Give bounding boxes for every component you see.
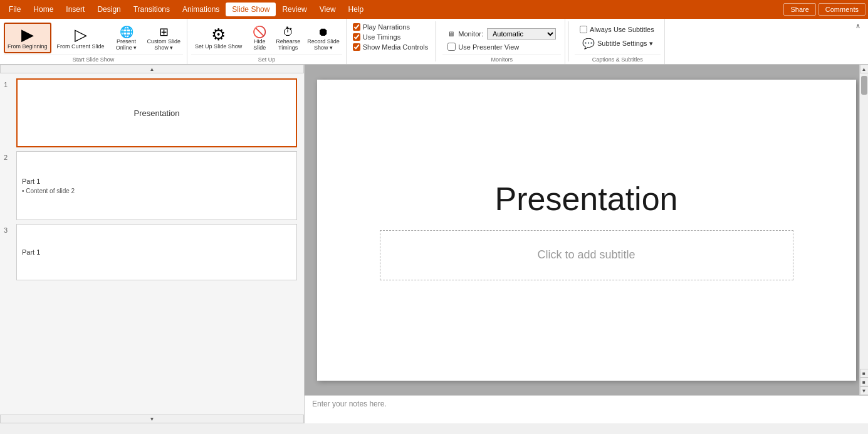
slide-canvas-wrapper: Presentation Click to add subtitle ▲ ■ ■… [305,65,868,395]
subtitle-settings-button[interactable]: 💬 Subtitle Settings ▾ [580,36,656,51]
hide-slide-button[interactable]: 🚫 Hide Slide [248,23,271,53]
start-slide-show-buttons: ▶ From Beginning ▷ From Current Slide 🌐 … [4,21,183,53]
canvas-scroll-extra: ■ ■ [860,369,869,386]
slide-3-title: Part 1 [22,248,40,256]
hide-slide-label: Hide Slide [253,39,266,51]
custom-slide-show-label: Custom Slide Show ▾ [147,39,181,51]
slide-subtitle-box[interactable]: Click to add subtitle [380,230,793,280]
slide-canvas[interactable]: Presentation Click to add subtitle [317,80,856,381]
custom-slide-show-button[interactable]: ⊞ Custom Slide Show ▾ [145,23,184,53]
slide-thumbnail-2[interactable]: 2 Part 1 • Content of slide 2 [4,151,297,220]
ribbon-separator-2 [568,21,568,61]
top-right-actions: Share Comments [783,3,865,16]
ribbon: ▶ From Beginning ▷ From Current Slide 🌐 … [0,19,868,65]
from-beginning-icon: ▶ [21,26,34,44]
captions-area: Always Use Subtitles 💬 Subtitle Settings… [575,23,661,53]
slide-thumb-box-1[interactable]: Presentation [16,78,297,147]
ribbon-separator-1 [436,21,436,61]
record-icon: ⏺ [318,26,329,39]
menu-insert[interactable]: Insert [60,3,91,16]
menu-animations[interactable]: Animations [176,3,226,16]
use-presenter-view-checkbox[interactable]: Use Presenter View [447,43,556,51]
monitor-icon: 🖥 [447,30,454,38]
present-online-label: Present Online ▾ [116,39,137,51]
menu-slideshow[interactable]: Slide Show [226,3,276,16]
from-current-label: From Current Slide [57,43,105,50]
monitors-label: Monitors [442,55,561,64]
ribbon-row: ▶ From Beginning ▷ From Current Slide 🌐 … [0,19,868,64]
record-slide-show-button[interactable]: ⏺ Record Slide Show ▾ [305,24,342,53]
menu-view[interactable]: View [313,3,342,16]
canvas-scroll-thumb[interactable] [861,76,867,95]
play-narrations-checkbox[interactable]: Play Narrations [353,23,429,31]
slide-panel-wrapper: ▲ 1 Presentation 2 Part 1 • Content of s… [0,65,305,423]
slide-canvas-area: Presentation Click to add subtitle ▲ ■ ■… [305,65,868,423]
menu-help[interactable]: Help [342,3,370,16]
canvas-scroll-mid1[interactable]: ■ [860,369,869,378]
slide-thumb-box-2[interactable]: Part 1 • Content of slide 2 [16,151,297,220]
menu-bar: File Home Insert Design Transitions Anim… [0,0,868,19]
monitor-area: 🖥 Monitor: Automatic Primary Monitor Use… [442,26,561,53]
slide-canvas-title: Presentation [495,180,678,218]
share-button[interactable]: Share [783,3,815,16]
slide-panel-scroll-up[interactable]: ▲ [0,65,304,73]
custom-slide-show-icon: ⊞ [159,25,169,39]
ribbon-collapse: ∧ [848,19,868,64]
notes-area[interactable]: Enter your notes here. [305,395,868,423]
playback-checkboxes: Play Narrations Use Timings Show Media C… [350,21,431,53]
rehearse-label: Rehearse Timings [276,39,300,51]
show-media-controls-checkbox[interactable]: Show Media Controls [353,43,429,51]
notes-placeholder: Enter your notes here. [312,400,387,408]
main-area: ▲ 1 Presentation 2 Part 1 • Content of s… [0,65,868,423]
always-subtitles-checkbox[interactable]: Always Use Subtitles [580,26,656,33]
comments-button[interactable]: Comments [818,3,865,16]
ribbon-group-monitors: 🖥 Monitor: Automatic Primary Monitor Use… [439,19,565,64]
set-up-label-bar: Set Up [191,55,342,64]
slide-panel: 1 Presentation 2 Part 1 • Content of sli… [0,73,301,415]
ribbon-group-captions: Always Use Subtitles 💬 Subtitle Settings… [571,19,665,64]
menu-transitions[interactable]: Transitions [127,3,176,16]
use-timings-checkbox[interactable]: Use Timings [353,33,429,41]
slide-subtitle-placeholder: Click to add subtitle [537,248,635,262]
canvas-scrollbar: ▲ ■ ■ ▼ [859,65,868,395]
monitor-select[interactable]: Automatic Primary Monitor [487,28,556,40]
canvas-scroll-up[interactable]: ▲ [860,65,869,73]
from-beginning-button[interactable]: ▶ From Beginning [4,23,51,53]
canvas-scroll-mid2[interactable]: ■ [860,378,869,386]
start-slide-show-label: Start Slide Show [4,55,183,64]
record-label: Record Slide Show ▾ [307,39,340,51]
ribbon-group-set-up: ⚙ Set Up Slide Show 🚫 Hide Slide ⏱ Rehea… [187,19,347,64]
slide-2-title: Part 1 [22,177,40,185]
slide-number-2: 2 [4,151,13,161]
set-up-icon: ⚙ [211,26,226,44]
slide-number-3: 3 [4,224,13,234]
slide-panel-scroll-down[interactable]: ▼ [0,415,304,423]
slide-thumb-box-3[interactable]: Part 1 [16,224,297,280]
rehearse-timings-button[interactable]: ⏱ Rehearse Timings [273,24,303,53]
present-online-button[interactable]: 🌐 Present Online ▾ [110,23,143,53]
monitor-select-row: 🖥 Monitor: Automatic Primary Monitor [447,28,556,40]
from-current-icon: ▷ [75,26,87,44]
menu-review[interactable]: Review [276,3,313,16]
set-up-buttons: ⚙ Set Up Slide Show 🚫 Hide Slide ⏱ Rehea… [191,21,342,53]
canvas-scroll-down[interactable]: ▼ [860,386,869,395]
menu-design[interactable]: Design [91,3,127,16]
set-up-label: Set Up Slide Show [195,43,242,50]
rehearse-icon: ⏱ [283,26,294,39]
subtitle-settings-icon: 💬 [582,38,595,50]
slide-number-1: 1 [4,78,13,88]
present-online-icon: 🌐 [120,25,133,39]
collapse-ribbon-button[interactable]: ∧ [852,21,864,31]
menu-home[interactable]: Home [27,3,60,16]
menu-file[interactable]: File [3,3,27,16]
slide-thumbnail-1[interactable]: 1 Presentation [4,78,297,147]
set-up-slide-show-button[interactable]: ⚙ Set Up Slide Show [191,23,246,53]
ribbon-group-start-slide-show: ▶ From Beginning ▷ From Current Slide 🌐 … [0,19,187,64]
slide-thumbnail-3[interactable]: 3 Part 1 [4,224,297,280]
slide-2-content: • Content of slide 2 [22,188,75,194]
slide-1-title: Presentation [134,109,180,118]
ribbon-group-playback: Play Narrations Use Timings Show Media C… [347,19,434,64]
from-current-slide-button[interactable]: ▷ From Current Slide [53,23,108,53]
canvas-scroll-track[interactable] [860,73,868,369]
hide-slide-icon: 🚫 [253,25,266,39]
